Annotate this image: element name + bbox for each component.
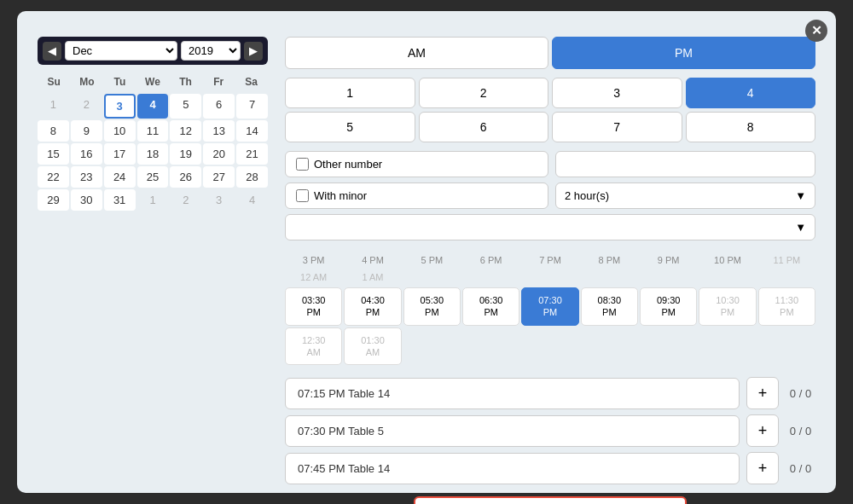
cal-cell[interactable]: 4 [137,94,169,119]
close-button[interactable]: ✕ [805,20,827,42]
cal-cell[interactable]: 28 [236,166,268,188]
cal-cell[interactable]: 15 [38,143,69,165]
cal-cell[interactable]: 2 [71,94,102,119]
duration-chevron-icon: ▼ [795,189,806,202]
time-slot[interactable]: 09:30PM [640,287,697,326]
cal-cell[interactable]: 13 [203,120,235,142]
other-number-row: Other number [285,151,815,177]
month-select[interactable]: JanFebMarAprMayJunJulAugSepOctNovDec [65,41,177,61]
other-number-input[interactable] [555,151,815,177]
cal-weekday: Sa [235,73,268,90]
cal-cell[interactable]: 1 [38,94,69,119]
with-minor-checkbox-label[interactable]: With minor [285,182,548,209]
cal-cell[interactable]: 20 [203,143,235,165]
time-slot[interactable]: 08:30PM [581,287,638,326]
with-minor-label: With minor [314,189,367,202]
guest-number-button[interactable]: 7 [552,112,682,142]
cal-cell[interactable]: 3 [104,94,136,119]
cal-weekday: Fr [202,73,235,90]
calendar-nav: ◀ JanFebMarAprMayJunJulAugSepOctNovDec 2… [38,37,268,65]
cal-cell[interactable]: 11 [137,120,169,142]
cal-cell[interactable]: 29 [38,189,69,211]
guest-number-button[interactable]: 3 [552,78,682,108]
cal-cell[interactable]: 22 [38,166,69,188]
pm-button[interactable]: PM [552,37,815,69]
cal-cell[interactable]: 7 [236,94,268,119]
time-header: 11 PM [758,252,815,268]
cal-body[interactable]: 1234567891011121314151617181920212223242… [38,94,268,211]
time-slot[interactable]: 07:30PM [521,287,578,326]
cal-cell[interactable]: 27 [203,166,235,188]
prev-month-button[interactable]: ◀ [43,42,61,61]
time-header: 4 PM [344,252,401,268]
table-options: 07:15 PM Table 14+0 / 007:30 PM Table 5+… [285,377,815,484]
modal: ✕ ◀ JanFebMarAprMayJunJulAugSepOctNovDec… [17,11,836,493]
cal-weekday: We [136,73,170,90]
guest-number-button[interactable]: 5 [285,112,415,142]
time-header: 1 AM [344,269,401,285]
time-slot[interactable]: 12:30AM [285,327,342,366]
time-slots-section: 3 PM4 PM5 PM6 PM7 PM8 PM9 PM10 PM11 PM12… [285,252,815,365]
time-slot[interactable]: 11:30PM [758,287,815,326]
time-slot[interactable]: 04:30PM [344,287,401,326]
cal-cell[interactable]: 4 [236,189,268,211]
table-count: 0 / 0 [786,462,815,475]
with-minor-checkbox[interactable] [296,189,309,202]
duration-label: 2 hour(s) [565,189,609,202]
table-plus-button[interactable]: + [746,377,779,409]
cal-cell[interactable]: 24 [104,166,136,188]
cal-cell[interactable]: 12 [170,120,201,142]
cal-weekday: Tu [103,73,136,90]
guest-number-button[interactable]: 4 [686,78,816,108]
reservation-without-table-button[interactable]: Reservation without table [414,496,687,504]
cal-cell[interactable]: 6 [203,94,235,119]
table-plus-button[interactable]: + [746,452,779,484]
cal-cell[interactable]: 3 [203,189,235,211]
time-header: 5 PM [403,252,461,268]
other-number-checkbox-label[interactable]: Other number [285,151,548,177]
cal-cell[interactable]: 16 [71,143,102,165]
cal-cell[interactable]: 17 [104,143,136,165]
cal-cell[interactable]: 8 [38,120,69,142]
time-header: 9 PM [640,252,697,268]
cal-cell[interactable]: 25 [137,166,169,188]
cal-cell[interactable]: 2 [170,189,201,211]
table-label: 07:15 PM Table 14 [285,378,740,409]
cal-cell[interactable]: 10 [104,120,136,142]
table-row: 07:15 PM Table 14+0 / 0 [285,377,815,409]
time-header: 6 PM [462,252,519,268]
time-slot[interactable]: 01:30AM [344,327,401,366]
table-count: 0 / 0 [786,387,815,400]
time-header: 8 PM [581,252,638,268]
cal-cell[interactable]: 31 [104,189,136,211]
cal-cell[interactable]: 1 [137,189,169,211]
table-label: 07:45 PM Table 14 [285,453,740,484]
extra-dropdown-row: ▼ [285,214,815,240]
guest-number-grid: 12345678 [285,78,815,142]
next-month-button[interactable]: ▶ [244,42,263,61]
am-button[interactable]: AM [285,37,548,69]
time-slot[interactable]: 05:30PM [403,287,461,326]
cal-cell[interactable]: 5 [170,94,201,119]
time-slot[interactable]: 03:30PM [285,287,342,326]
cal-cell[interactable]: 21 [236,143,268,165]
guest-number-button[interactable]: 2 [419,78,549,108]
time-slot[interactable]: 10:30PM [699,287,756,326]
cal-cell[interactable]: 30 [71,189,102,211]
guest-number-button[interactable]: 8 [686,112,816,142]
table-plus-button[interactable]: + [746,414,779,447]
extra-dropdown[interactable]: ▼ [285,214,815,240]
other-number-checkbox[interactable] [296,158,309,171]
cal-cell[interactable]: 14 [236,120,268,142]
am-pm-toggle: AM PM [285,37,815,69]
time-slot[interactable]: 06:30PM [462,287,519,326]
duration-select[interactable]: 2 hour(s) ▼ [555,182,815,209]
guest-number-button[interactable]: 1 [285,78,415,108]
cal-cell[interactable]: 26 [170,166,201,188]
cal-cell[interactable]: 19 [170,143,201,165]
cal-cell[interactable]: 18 [137,143,169,165]
cal-cell[interactable]: 23 [71,166,102,188]
cal-cell[interactable]: 9 [71,120,102,142]
guest-number-button[interactable]: 6 [419,112,549,142]
year-select[interactable]: 20172018201920202021 [181,41,241,61]
